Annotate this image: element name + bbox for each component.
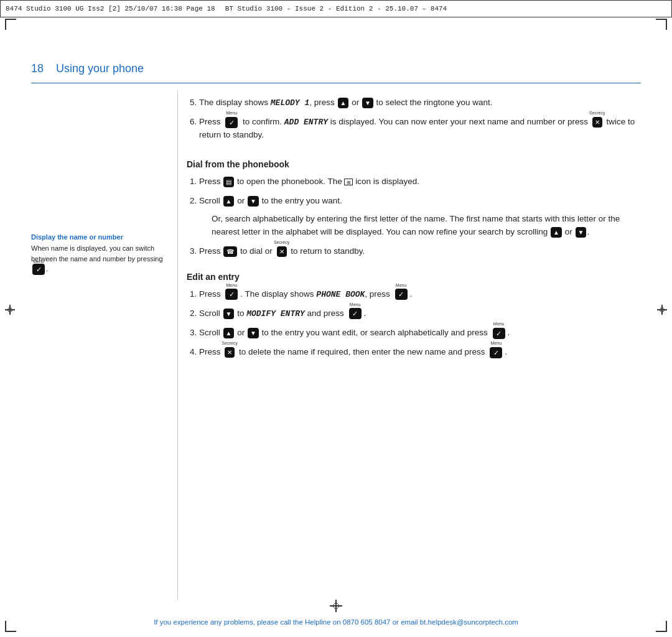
edit-steps: Press Menu ✓ . The display shows PHONE B… xyxy=(187,288,641,359)
h-rule xyxy=(31,83,641,83)
dial-step-2: Scroll ▲ or ▼ to the entry you want. Or,… xyxy=(199,195,641,239)
menu-button-edit3: Menu ✓ xyxy=(492,327,506,340)
corner-tr xyxy=(656,19,667,30)
header-bar: 8474 Studio 3100 UG Iss2 [2] 25/10/07 16… xyxy=(0,0,672,17)
sidebar-note-title: Display the name or number xyxy=(31,233,174,241)
up-button-edit3: ▲ xyxy=(223,328,235,339)
step-5: The display shows MELODY 1, press ▲ or ▼… xyxy=(199,96,641,109)
corner-br xyxy=(656,621,667,632)
secrecy-button-6: Secrecy ✕ xyxy=(592,116,603,129)
main-content: The display shows MELODY 1, press ▲ or ▼… xyxy=(187,96,641,373)
header-center-text: BT Studio 3100 - Issue 2 - Edition 2 - 2… xyxy=(225,5,447,12)
dial-section: Dial from the phonebook Press ▤ to open … xyxy=(187,159,641,258)
footer: If you experience any problems, please c… xyxy=(31,618,641,626)
sidebar-note: Display the name or number When name is … xyxy=(31,233,174,275)
menu-button-edit1b: Menu ✓ xyxy=(394,288,409,301)
steps-list-top: The display shows MELODY 1, press ▲ or ▼… xyxy=(187,96,641,142)
book-button-1: ▤ xyxy=(223,177,234,188)
edit-step-4: Press Secrecy ✕ to delete the name if re… xyxy=(199,346,641,359)
edit-step-1: Press Menu ✓ . The display shows PHONE B… xyxy=(199,288,641,301)
left-sidebar: Display the name or number When name is … xyxy=(31,90,174,600)
up-button-5: ▲ xyxy=(338,98,349,109)
edit-step-2: Scroll ▼ to MODIFY ENTRY and press Menu … xyxy=(199,307,641,320)
corner-tl xyxy=(5,19,16,30)
down-button-edit2: ▼ xyxy=(223,309,235,320)
header-left-text: 8474 Studio 3100 UG Iss2 [2] 25/10/07 16… xyxy=(6,5,215,12)
up-button-dial2: ▲ xyxy=(223,196,235,207)
dial-step-3: Press ☎ to dial or Secrecy ✕ to return t… xyxy=(199,245,641,258)
menu-button-edit4: Menu ✓ xyxy=(488,346,503,359)
sidebar-note-text: When name is displayed, you can switch b… xyxy=(31,243,174,275)
dial-section-title: Dial from the phonebook xyxy=(187,159,641,169)
dial-step-2-para: Or, search alphabetically by entering th… xyxy=(212,213,641,239)
bottom-crosshair xyxy=(330,600,342,612)
side-mark-right xyxy=(657,305,667,315)
down-button-edit3: ▼ xyxy=(248,328,259,339)
v-divider xyxy=(177,90,178,600)
menu-button-sidebar: Menu ✓ xyxy=(31,264,46,275)
up-button-dial2b: ▲ xyxy=(551,227,562,238)
page-title: Using your phone xyxy=(56,62,144,75)
edit-section-title: Edit an entry xyxy=(187,272,641,282)
down-button-5: ▼ xyxy=(362,98,373,109)
page-header: 18 Using your phone xyxy=(31,62,641,75)
menu-button-edit1a: Menu ✓ xyxy=(224,288,239,301)
step-6: Press Menu ✓ to confirm. ADD ENTRY is di… xyxy=(199,116,641,142)
secrecy-button-dial3: Secrecy ✕ xyxy=(276,245,287,258)
corner-bl xyxy=(5,621,16,632)
edit-step-3: Scroll ▲ or ▼ to the entry you want edit… xyxy=(199,327,641,340)
dial-steps: Press ▤ to open the phonebook. The ⊞ ico… xyxy=(187,175,641,258)
menu-button-6: Menu ✓ xyxy=(224,116,239,129)
edit-section: Edit an entry Press Menu ✓ . The display… xyxy=(187,272,641,359)
footer-text: If you experience any problems, please c… xyxy=(154,618,518,626)
down-button-dial2b: ▼ xyxy=(576,227,587,238)
menu-button-edit2: Menu ✓ xyxy=(348,307,363,320)
dial-step-1: Press ▤ to open the phonebook. The ⊞ ico… xyxy=(199,175,641,188)
page-number: 18 xyxy=(31,62,44,75)
side-mark-left xyxy=(5,305,15,315)
phone-button-dial3: ☎ xyxy=(223,246,237,258)
down-button-dial2: ▼ xyxy=(248,196,259,207)
secrecy-button-edit4: Secrecy ✕ xyxy=(224,346,235,359)
